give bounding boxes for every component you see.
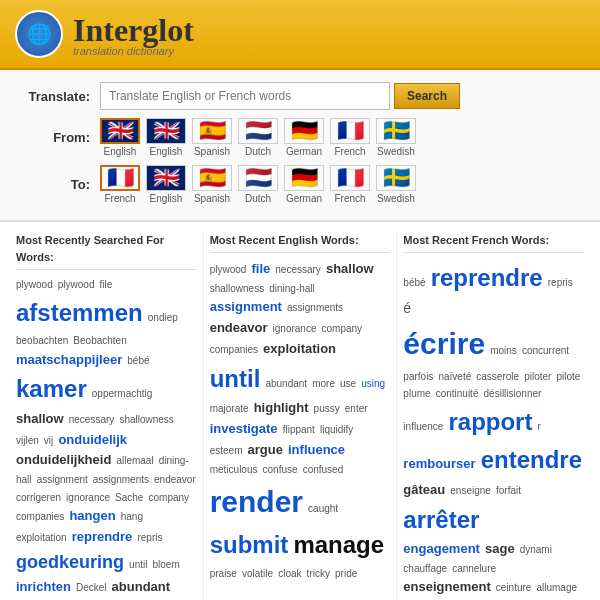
to-flag-nl xyxy=(238,165,278,191)
flag-de xyxy=(284,118,324,144)
col-recent-french: Most Recent French Words: bébé reprendre… xyxy=(397,232,590,600)
col-recently-searched: Most Recently Searched For Words: plywoo… xyxy=(10,232,204,600)
from-lang-spanish[interactable]: Spanish xyxy=(192,118,232,157)
col2-title: Most Recent English Words: xyxy=(210,232,391,253)
to-lang-spanish[interactable]: Spanish xyxy=(192,165,232,204)
from-lang-german-label: German xyxy=(286,146,322,157)
flag-nl xyxy=(238,118,278,144)
from-row: From: English English Spanish Dutch Germ… xyxy=(20,118,580,157)
flag-uk xyxy=(100,118,140,144)
to-lang-swedish[interactable]: Swedish xyxy=(376,165,416,204)
to-row: To: French English Spanish Dutch German xyxy=(20,165,580,204)
col3-title: Most Recent French Words: xyxy=(403,232,584,253)
to-flag-uk xyxy=(146,165,186,191)
translate-label: Translate: xyxy=(20,89,90,104)
flag-se xyxy=(376,118,416,144)
from-lang-german[interactable]: German xyxy=(284,118,324,157)
from-lang-spanish-label: Spanish xyxy=(194,146,230,157)
search-row: Translate: Search xyxy=(20,82,580,110)
to-flag-es xyxy=(192,165,232,191)
to-lang-french2-label: French xyxy=(334,193,365,204)
to-lang-dutch-label: Dutch xyxy=(245,193,271,204)
to-lang-spanish-label: Spanish xyxy=(194,193,230,204)
to-lang-english-label: English xyxy=(150,193,183,204)
from-lang-swedish[interactable]: Swedish xyxy=(376,118,416,157)
site-title: Interglot xyxy=(73,12,194,49)
to-label: To: xyxy=(20,177,90,192)
to-lang-dutch[interactable]: Dutch xyxy=(238,165,278,204)
to-flag-fr xyxy=(100,165,140,191)
from-lang-dutch[interactable]: Dutch xyxy=(238,118,278,157)
search-input[interactable] xyxy=(100,82,390,110)
from-languages: English English Spanish Dutch German Fre… xyxy=(100,118,416,157)
to-lang-french2[interactable]: French xyxy=(330,165,370,204)
search-area: Translate: Search From: English English … xyxy=(0,70,600,221)
from-lang-french-label: French xyxy=(334,146,365,157)
to-lang-english[interactable]: English xyxy=(146,165,186,204)
to-lang-french-label: French xyxy=(104,193,135,204)
to-lang-german-label: German xyxy=(286,193,322,204)
from-lang-english2-label: English xyxy=(150,146,183,157)
header: 🌐 Interglot translation dictionary xyxy=(0,0,600,70)
from-lang-english2[interactable]: English xyxy=(146,118,186,157)
col1-words: plywood plywood file afstemmen ondiep be… xyxy=(16,276,197,600)
from-lang-french[interactable]: French xyxy=(330,118,370,157)
from-label: From: xyxy=(20,130,90,145)
to-flag-se xyxy=(376,165,416,191)
col1-title: Most Recently Searched For Words: xyxy=(16,232,197,270)
col2-words: plywood file necessary shallow shallowne… xyxy=(210,259,391,600)
from-lang-english-label: English xyxy=(104,146,137,157)
from-lang-dutch-label: Dutch xyxy=(245,146,271,157)
to-lang-swedish-label: Swedish xyxy=(377,193,415,204)
col3-words: bébé reprendre repris é écrire moins con… xyxy=(403,259,584,600)
to-flag-de xyxy=(284,165,324,191)
flag-es xyxy=(192,118,232,144)
to-lang-french[interactable]: French xyxy=(100,165,140,204)
to-lang-german[interactable]: German xyxy=(284,165,324,204)
logo-icon: 🌐 xyxy=(15,10,63,58)
main-content: Most Recently Searched For Words: plywoo… xyxy=(0,221,600,600)
flag-fr xyxy=(330,118,370,144)
from-lang-english[interactable]: English xyxy=(100,118,140,157)
to-flag-fr2 xyxy=(330,165,370,191)
from-lang-swedish-label: Swedish xyxy=(377,146,415,157)
flag-uk2 xyxy=(146,118,186,144)
to-languages: French English Spanish Dutch German Fren… xyxy=(100,165,416,204)
search-button[interactable]: Search xyxy=(394,83,460,109)
col-recent-english: Most Recent English Words: plywood file … xyxy=(204,232,398,600)
